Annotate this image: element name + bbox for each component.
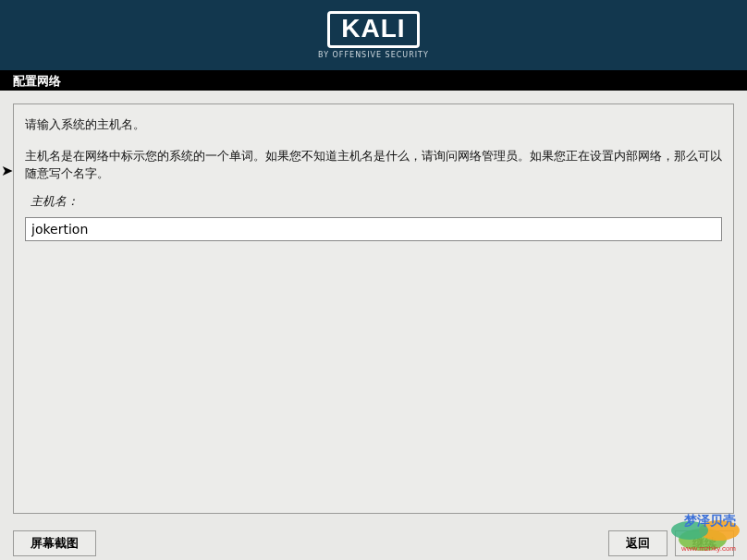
kali-logo: KALI BY OFFENSIVE SECURITY <box>318 11 429 59</box>
back-button[interactable]: 返回 <box>608 530 667 556</box>
description-text: 主机名是在网络中标示您的系统的一个单词。如果您不知道主机名是什么，请询问网络管理… <box>25 147 722 183</box>
hostname-input[interactable] <box>25 217 722 241</box>
screenshot-button[interactable]: 屏幕截图 <box>13 530 96 556</box>
logo-title: KALI <box>341 16 405 42</box>
content-wrap: ➤ 请输入系统的主机名。 主机名是在网络中标示您的系统的一个单词。如果您不知道主… <box>0 91 747 527</box>
banner: KALI BY OFFENSIVE SECURITY <box>0 0 747 70</box>
logo-frame: KALI <box>327 11 419 48</box>
logo-subtitle: BY OFFENSIVE SECURITY <box>318 51 429 59</box>
hostname-label: 主机名： <box>31 192 722 211</box>
section-header: 配置网络 <box>0 70 747 91</box>
continue-button[interactable]: 继续 <box>675 530 734 556</box>
content-box: ➤ 请输入系统的主机名。 主机名是在网络中标示您的系统的一个单词。如果您不知道主… <box>13 103 734 514</box>
intro-text: 请输入系统的主机名。 <box>25 116 722 134</box>
button-row: 屏幕截图 返回 继续 <box>0 527 747 560</box>
cursor-icon: ➤ <box>1 160 13 182</box>
